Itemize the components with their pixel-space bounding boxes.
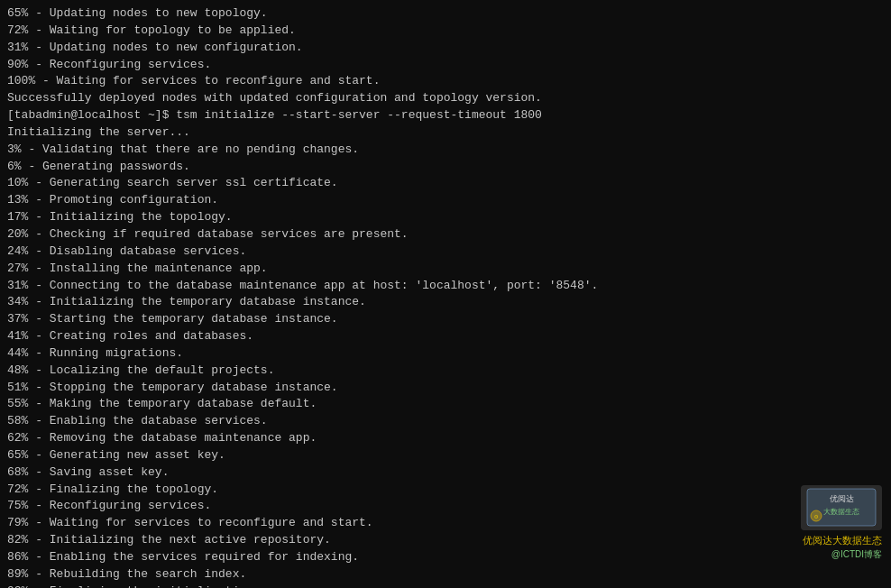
svg-text:大数据生态: 大数据生态 xyxy=(823,508,859,516)
terminal-line: 90% - Reconfiguring services. xyxy=(7,57,884,74)
terminal-line: 13% - Promoting configuration. xyxy=(7,192,884,209)
terminal-line: 31% - Connecting to the database mainten… xyxy=(7,278,884,295)
terminal-line: 86% - Enabling the services required for… xyxy=(7,549,884,566)
terminal-line: [tabadmin@localhost ~]$ tsm initialize -… xyxy=(7,107,884,124)
terminal-line: 100% - Waiting for services to reconfigu… xyxy=(7,73,884,90)
terminal-line: 58% - Enabling the database services. xyxy=(7,413,884,430)
terminal-line: 79% - Waiting for services to reconfigur… xyxy=(7,515,884,532)
terminal-line: 62% - Removing the database maintenance … xyxy=(7,430,884,447)
watermark-blog: @ICTDI博客 xyxy=(831,548,882,562)
terminal-line: 6% - Generating passwords. xyxy=(7,159,884,176)
terminal-line: 37% - Starting the temporary database in… xyxy=(7,311,884,328)
terminal-line: 65% - Updating nodes to new topology. xyxy=(7,5,884,23)
terminal-line: 75% - Reconfiguring services. xyxy=(7,498,884,515)
terminal-line: Initializing the server... xyxy=(7,124,884,142)
terminal-line: 65% - Generating new asset key. xyxy=(7,447,884,464)
terminal-line: 89% - Rebuilding the search index. xyxy=(7,566,884,583)
terminal-line: 44% - Running migrations. xyxy=(7,345,884,363)
terminal-line: 68% - Saving asset key. xyxy=(7,464,884,482)
terminal-line: 34% - Initializing the temporary databas… xyxy=(7,294,884,311)
terminal-line: 51% - Stopping the temporary database in… xyxy=(7,380,884,397)
terminal-line: 82% - Initializing the next active repos… xyxy=(7,532,884,549)
terminal-line: 72% - Finalizing the topology. xyxy=(7,482,884,499)
terminal-line: 3% - Validating that there are no pendin… xyxy=(7,142,884,159)
terminal-line: 31% - Updating nodes to new configuratio… xyxy=(7,40,884,57)
terminal-line: 27% - Installing the maintenance app. xyxy=(7,261,884,278)
terminal-line: 93% - Finalizing the initialization. xyxy=(7,583,884,588)
watermark: 优阅达 大数据生态 ⚙ 优阅达大数据生态@ICTDI博客 xyxy=(801,485,882,561)
svg-text:优阅达: 优阅达 xyxy=(830,494,854,503)
terminal-line: 10% - Generating search server ssl certi… xyxy=(7,175,884,192)
terminal-line: 41% - Creating roles and databases. xyxy=(7,328,884,345)
watermark-brand: 优阅达大数据生态 xyxy=(803,534,882,548)
terminal-line: 48% - Localizing the default projects. xyxy=(7,363,884,380)
terminal-line: 17% - Initializing the topology. xyxy=(7,209,884,226)
watermark-logo: 优阅达 大数据生态 ⚙ xyxy=(801,485,882,530)
terminal-line: 20% - Checking if required database serv… xyxy=(7,226,884,243)
terminal-window: 65% - Updating nodes to new topology.72%… xyxy=(0,0,891,588)
terminal-line: Successfully deployed nodes with updated… xyxy=(7,90,884,107)
terminal-line: 72% - Waiting for topology to be applied… xyxy=(7,23,884,40)
terminal-line: 55% - Making the temporary database defa… xyxy=(7,396,884,413)
terminal-line: 24% - Disabling database services. xyxy=(7,243,884,261)
